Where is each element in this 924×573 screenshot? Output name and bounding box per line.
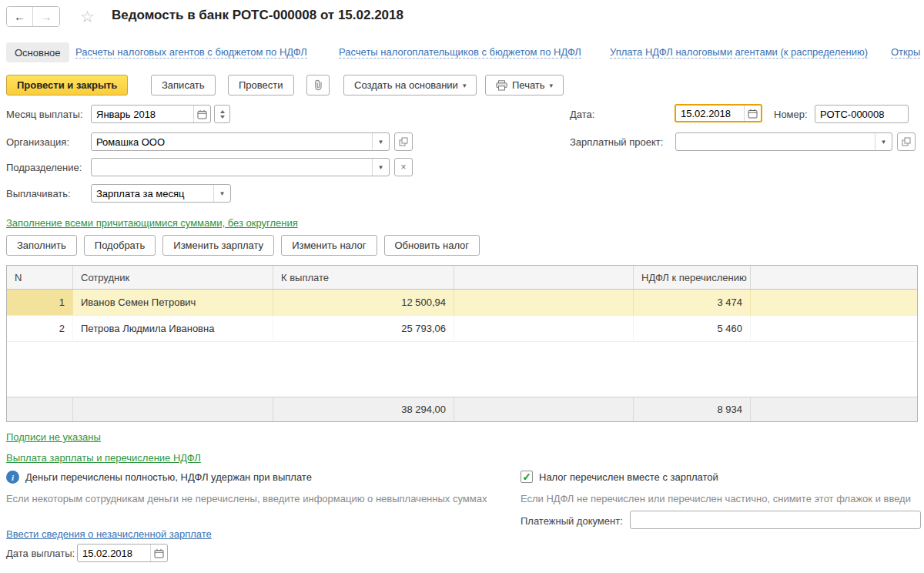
calendar-icon[interactable] (150, 545, 167, 561)
organization-field: ▾ (91, 132, 390, 151)
ndfl-cell[interactable]: 3 474 (634, 290, 751, 315)
attachments-button[interactable] (306, 75, 330, 96)
department-field: ▾ (91, 158, 390, 176)
totals-payout: 38 294,00 (273, 397, 454, 421)
calendar-icon[interactable] (193, 106, 210, 122)
ndfl-cell[interactable]: 5 460 (634, 316, 751, 341)
nav-link-ndfl-payment[interactable]: Уплата НДФЛ налоговыми агентами (к распр… (610, 46, 868, 59)
organization-dropdown[interactable]: ▾ (372, 133, 389, 150)
tax-transferred-checkbox[interactable]: ✓ (521, 471, 533, 483)
change-salary-label: Изменить зарплату (173, 240, 263, 251)
month-spinner[interactable] (214, 105, 230, 123)
row-number: 1 (7, 290, 73, 315)
update-tax-button[interactable]: Обновить налог (384, 235, 480, 256)
salary-project-input[interactable] (676, 133, 875, 150)
change-salary-button[interactable]: Изменить зарплату (162, 235, 274, 256)
empty-cell (751, 290, 917, 315)
month-label: Месяц выплаты: (6, 109, 83, 120)
update-tax-label: Обновить налог (395, 240, 470, 251)
favorite-star-icon[interactable]: ☆ (80, 8, 95, 25)
chevron-down-icon: ▾ (463, 82, 467, 89)
salary-ndfl-link[interactable]: Выплата зарплаты и перечисление НДФЛ (6, 452, 201, 464)
organization-open-button[interactable] (394, 132, 413, 151)
payout-cell[interactable]: 12 500,94 (273, 290, 454, 315)
organization-label: Организация: (6, 136, 69, 148)
col-header-n[interactable]: N (7, 266, 73, 289)
organization-input[interactable] (92, 133, 372, 150)
page-title: Ведомость в банк РОТС-000008 от 15.02.20… (112, 8, 403, 23)
pay-kind-input[interactable] (92, 185, 213, 202)
month-input[interactable] (92, 106, 193, 122)
chevron-down-icon: ▾ (550, 82, 554, 89)
create-based-on-button[interactable]: Создать на основании▾ (343, 75, 477, 96)
totals-empty (454, 397, 634, 421)
number-input[interactable] (815, 106, 908, 122)
pay-date-label: Дата выплаты: (6, 548, 75, 559)
create-based-on-label: Создать на основании (354, 79, 458, 91)
tab-main[interactable]: Основное (6, 42, 69, 62)
clear-icon: × (400, 162, 406, 173)
salary-project-dropdown[interactable]: ▾ (875, 133, 892, 150)
payment-doc-input[interactable] (631, 511, 920, 528)
post-and-close-label: Провести и закрыть (17, 79, 117, 91)
printer-icon (496, 80, 507, 91)
info-icon: i (6, 471, 19, 484)
paperclip-icon (313, 79, 323, 91)
save-button[interactable]: Записать (151, 75, 216, 96)
left-hint-text: Если некоторым сотрудникам деньги не пер… (6, 493, 487, 504)
department-input[interactable] (92, 159, 372, 176)
col-header-payout[interactable]: К выплате (273, 266, 454, 289)
empty-cell (454, 316, 634, 341)
change-tax-button[interactable]: Изменить налог (281, 235, 377, 256)
empty-cell (751, 316, 917, 341)
col-header-ndfl[interactable]: НДФЛ к перечислению (634, 266, 751, 289)
check-icon: ✓ (522, 471, 531, 482)
employee-cell[interactable]: Петрова Людмила Ивановна (73, 316, 273, 341)
forward-button[interactable]: → (33, 7, 59, 26)
pick-button[interactable]: Подобрать (84, 235, 156, 256)
employees-table: N Сотрудник К выплате НДФЛ к перечислени… (6, 265, 918, 422)
table-row[interactable]: 2 Петрова Людмила Ивановна 25 793,06 5 4… (7, 316, 917, 342)
row-number: 2 (7, 316, 73, 341)
date-input[interactable] (676, 106, 744, 121)
number-label: Номер: (774, 109, 808, 120)
department-label: Подразделение: (6, 162, 82, 173)
number-field (815, 105, 909, 123)
nav-link-tax-agents[interactable]: Расчеты налоговых агентов с бюджетом по … (75, 46, 307, 59)
payment-doc-label: Платежный документ: (521, 515, 623, 527)
forward-icon: → (41, 10, 52, 23)
nav-link-taxpayers[interactable]: Расчеты налогоплательщиков с бюджетом по… (339, 46, 581, 59)
payout-cell[interactable]: 25 793,06 (273, 316, 454, 341)
back-button[interactable]: ← (7, 7, 33, 26)
date-field (675, 104, 762, 122)
tax-checkbox-label[interactable]: Налог перечислен вместе с зарплатой (539, 471, 718, 483)
post-and-close-button[interactable]: Провести и закрыть (6, 75, 128, 96)
signatures-link[interactable]: Подписи не указаны (6, 431, 101, 443)
fill-label: Заполнить (17, 240, 66, 251)
chevron-down-icon: ▾ (379, 163, 383, 171)
department-dropdown[interactable]: ▾ (372, 159, 389, 176)
fill-sums-link[interactable]: Заполнение всеми причитающимися суммами,… (6, 217, 298, 229)
spinner-up-icon (220, 110, 225, 113)
calendar-icon[interactable] (744, 106, 761, 121)
nav-link-open[interactable]: Откры (891, 46, 920, 59)
department-clear-button[interactable]: × (394, 158, 413, 176)
post-button[interactable]: Провести (228, 75, 294, 96)
pay-kind-dropdown[interactable]: ▾ (213, 185, 230, 202)
salary-project-open-button[interactable] (897, 132, 916, 151)
salary-project-label: Зарплатный проект: (570, 136, 663, 148)
enter-unpaid-salary-link[interactable]: Ввести сведения о незачисленной зарплате (6, 528, 212, 540)
totals-ndfl: 8 934 (634, 397, 751, 421)
employee-cell[interactable]: Иванов Семен Петрович (73, 290, 273, 315)
empty-cell (454, 290, 634, 315)
money-transferred-text: Деньги перечислены полностью, НДФЛ удерж… (25, 471, 312, 483)
pay-date-input[interactable] (78, 545, 150, 561)
col-header-employee[interactable]: Сотрудник (73, 266, 273, 289)
table-row[interactable]: 1 Иванов Семен Петрович 12 500,94 3 474 (7, 290, 917, 316)
payment-doc-field (630, 511, 921, 529)
salary-project-field: ▾ (675, 132, 892, 151)
print-label: Печать (512, 79, 545, 91)
print-button[interactable]: Печать▾ (485, 75, 564, 96)
fill-button[interactable]: Заполнить (6, 235, 77, 256)
totals-empty (751, 397, 917, 421)
